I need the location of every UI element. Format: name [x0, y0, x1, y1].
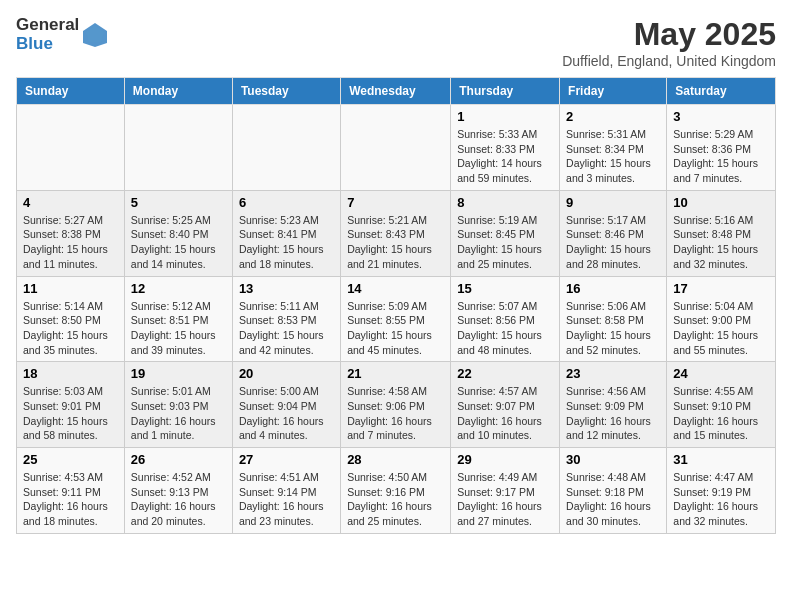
day-number: 4: [23, 195, 118, 210]
day-header-monday: Monday: [124, 78, 232, 105]
calendar-cell: 16Sunrise: 5:06 AM Sunset: 8:58 PM Dayli…: [560, 276, 667, 362]
calendar-week-row: 18Sunrise: 5:03 AM Sunset: 9:01 PM Dayli…: [17, 362, 776, 448]
logo-general: General: [16, 16, 79, 35]
day-number: 12: [131, 281, 226, 296]
day-number: 14: [347, 281, 444, 296]
calendar-cell: 15Sunrise: 5:07 AM Sunset: 8:56 PM Dayli…: [451, 276, 560, 362]
month-title: May 2025: [562, 16, 776, 53]
day-header-thursday: Thursday: [451, 78, 560, 105]
day-info: Sunrise: 5:00 AM Sunset: 9:04 PM Dayligh…: [239, 384, 334, 443]
calendar-cell: 23Sunrise: 4:56 AM Sunset: 9:09 PM Dayli…: [560, 362, 667, 448]
calendar-cell: 7Sunrise: 5:21 AM Sunset: 8:43 PM Daylig…: [341, 190, 451, 276]
day-info: Sunrise: 4:53 AM Sunset: 9:11 PM Dayligh…: [23, 470, 118, 529]
calendar-cell: 17Sunrise: 5:04 AM Sunset: 9:00 PM Dayli…: [667, 276, 776, 362]
calendar-cell: 10Sunrise: 5:16 AM Sunset: 8:48 PM Dayli…: [667, 190, 776, 276]
day-header-tuesday: Tuesday: [232, 78, 340, 105]
logo-blue: Blue: [16, 35, 79, 54]
calendar-cell: [17, 105, 125, 191]
day-number: 29: [457, 452, 553, 467]
calendar-cell: [341, 105, 451, 191]
day-number: 20: [239, 366, 334, 381]
calendar-cell: 28Sunrise: 4:50 AM Sunset: 9:16 PM Dayli…: [341, 448, 451, 534]
day-number: 9: [566, 195, 660, 210]
day-number: 28: [347, 452, 444, 467]
day-info: Sunrise: 5:25 AM Sunset: 8:40 PM Dayligh…: [131, 213, 226, 272]
calendar-cell: 22Sunrise: 4:57 AM Sunset: 9:07 PM Dayli…: [451, 362, 560, 448]
day-header-friday: Friday: [560, 78, 667, 105]
calendar-cell: 30Sunrise: 4:48 AM Sunset: 9:18 PM Dayli…: [560, 448, 667, 534]
day-number: 13: [239, 281, 334, 296]
calendar-cell: 25Sunrise: 4:53 AM Sunset: 9:11 PM Dayli…: [17, 448, 125, 534]
calendar-cell: 6Sunrise: 5:23 AM Sunset: 8:41 PM Daylig…: [232, 190, 340, 276]
day-info: Sunrise: 5:14 AM Sunset: 8:50 PM Dayligh…: [23, 299, 118, 358]
day-number: 10: [673, 195, 769, 210]
day-number: 24: [673, 366, 769, 381]
calendar-cell: 9Sunrise: 5:17 AM Sunset: 8:46 PM Daylig…: [560, 190, 667, 276]
days-header-row: SundayMondayTuesdayWednesdayThursdayFrid…: [17, 78, 776, 105]
day-info: Sunrise: 4:48 AM Sunset: 9:18 PM Dayligh…: [566, 470, 660, 529]
day-info: Sunrise: 5:21 AM Sunset: 8:43 PM Dayligh…: [347, 213, 444, 272]
calendar-cell: 14Sunrise: 5:09 AM Sunset: 8:55 PM Dayli…: [341, 276, 451, 362]
calendar-cell: 27Sunrise: 4:51 AM Sunset: 9:14 PM Dayli…: [232, 448, 340, 534]
calendar-cell: 4Sunrise: 5:27 AM Sunset: 8:38 PM Daylig…: [17, 190, 125, 276]
day-info: Sunrise: 5:16 AM Sunset: 8:48 PM Dayligh…: [673, 213, 769, 272]
day-number: 5: [131, 195, 226, 210]
day-info: Sunrise: 5:09 AM Sunset: 8:55 PM Dayligh…: [347, 299, 444, 358]
day-number: 31: [673, 452, 769, 467]
calendar-cell: 29Sunrise: 4:49 AM Sunset: 9:17 PM Dayli…: [451, 448, 560, 534]
day-info: Sunrise: 5:07 AM Sunset: 8:56 PM Dayligh…: [457, 299, 553, 358]
day-number: 25: [23, 452, 118, 467]
calendar-cell: [232, 105, 340, 191]
day-header-sunday: Sunday: [17, 78, 125, 105]
day-info: Sunrise: 5:27 AM Sunset: 8:38 PM Dayligh…: [23, 213, 118, 272]
title-area: May 2025 Duffield, England, United Kingd…: [562, 16, 776, 69]
calendar-week-row: 4Sunrise: 5:27 AM Sunset: 8:38 PM Daylig…: [17, 190, 776, 276]
day-number: 30: [566, 452, 660, 467]
day-number: 17: [673, 281, 769, 296]
day-info: Sunrise: 5:06 AM Sunset: 8:58 PM Dayligh…: [566, 299, 660, 358]
logo: General Blue: [16, 16, 109, 53]
day-number: 7: [347, 195, 444, 210]
day-number: 23: [566, 366, 660, 381]
day-number: 15: [457, 281, 553, 296]
day-info: Sunrise: 4:58 AM Sunset: 9:06 PM Dayligh…: [347, 384, 444, 443]
calendar-cell: 21Sunrise: 4:58 AM Sunset: 9:06 PM Dayli…: [341, 362, 451, 448]
day-number: 11: [23, 281, 118, 296]
day-info: Sunrise: 4:55 AM Sunset: 9:10 PM Dayligh…: [673, 384, 769, 443]
day-info: Sunrise: 4:51 AM Sunset: 9:14 PM Dayligh…: [239, 470, 334, 529]
location: Duffield, England, United Kingdom: [562, 53, 776, 69]
day-number: 19: [131, 366, 226, 381]
logo-icon: [81, 21, 109, 49]
day-info: Sunrise: 5:11 AM Sunset: 8:53 PM Dayligh…: [239, 299, 334, 358]
day-info: Sunrise: 5:03 AM Sunset: 9:01 PM Dayligh…: [23, 384, 118, 443]
day-number: 18: [23, 366, 118, 381]
calendar-week-row: 1Sunrise: 5:33 AM Sunset: 8:33 PM Daylig…: [17, 105, 776, 191]
day-info: Sunrise: 5:23 AM Sunset: 8:41 PM Dayligh…: [239, 213, 334, 272]
day-info: Sunrise: 5:01 AM Sunset: 9:03 PM Dayligh…: [131, 384, 226, 443]
day-header-wednesday: Wednesday: [341, 78, 451, 105]
calendar-cell: 24Sunrise: 4:55 AM Sunset: 9:10 PM Dayli…: [667, 362, 776, 448]
calendar-cell: 13Sunrise: 5:11 AM Sunset: 8:53 PM Dayli…: [232, 276, 340, 362]
calendar-table: SundayMondayTuesdayWednesdayThursdayFrid…: [16, 77, 776, 534]
day-number: 1: [457, 109, 553, 124]
day-number: 2: [566, 109, 660, 124]
day-info: Sunrise: 5:33 AM Sunset: 8:33 PM Dayligh…: [457, 127, 553, 186]
calendar-cell: 20Sunrise: 5:00 AM Sunset: 9:04 PM Dayli…: [232, 362, 340, 448]
day-number: 26: [131, 452, 226, 467]
calendar-week-row: 11Sunrise: 5:14 AM Sunset: 8:50 PM Dayli…: [17, 276, 776, 362]
day-info: Sunrise: 4:52 AM Sunset: 9:13 PM Dayligh…: [131, 470, 226, 529]
day-info: Sunrise: 4:49 AM Sunset: 9:17 PM Dayligh…: [457, 470, 553, 529]
calendar-cell: 31Sunrise: 4:47 AM Sunset: 9:19 PM Dayli…: [667, 448, 776, 534]
calendar-cell: 8Sunrise: 5:19 AM Sunset: 8:45 PM Daylig…: [451, 190, 560, 276]
day-info: Sunrise: 4:47 AM Sunset: 9:19 PM Dayligh…: [673, 470, 769, 529]
day-number: 21: [347, 366, 444, 381]
calendar-cell: 2Sunrise: 5:31 AM Sunset: 8:34 PM Daylig…: [560, 105, 667, 191]
day-number: 16: [566, 281, 660, 296]
calendar-cell: 11Sunrise: 5:14 AM Sunset: 8:50 PM Dayli…: [17, 276, 125, 362]
calendar-cell: [124, 105, 232, 191]
day-info: Sunrise: 5:17 AM Sunset: 8:46 PM Dayligh…: [566, 213, 660, 272]
calendar-cell: 26Sunrise: 4:52 AM Sunset: 9:13 PM Dayli…: [124, 448, 232, 534]
calendar-week-row: 25Sunrise: 4:53 AM Sunset: 9:11 PM Dayli…: [17, 448, 776, 534]
calendar-cell: 19Sunrise: 5:01 AM Sunset: 9:03 PM Dayli…: [124, 362, 232, 448]
day-number: 27: [239, 452, 334, 467]
